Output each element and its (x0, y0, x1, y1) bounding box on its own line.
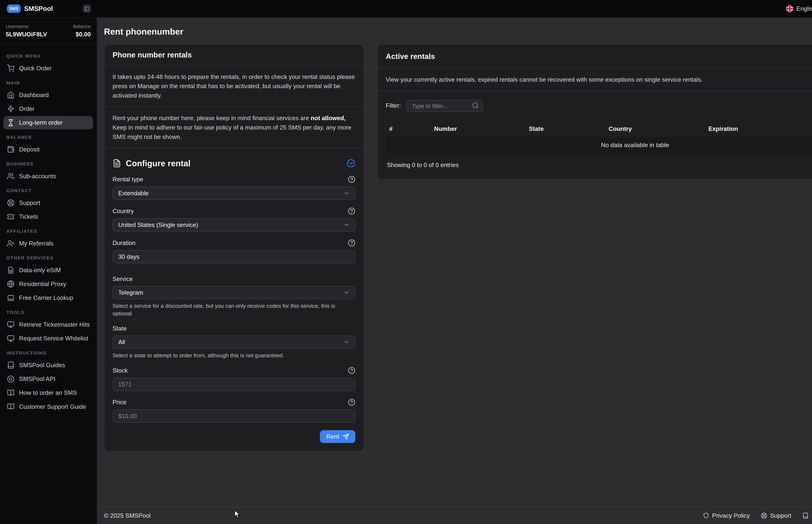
column-header-state: State (525, 121, 605, 137)
send-icon (343, 433, 349, 440)
rent-button[interactable]: Rent (320, 430, 355, 443)
rental-type-label: Rental type (113, 176, 143, 183)
sidebar-item-smspool-guides[interactable]: SMSPool Guides (3, 358, 93, 372)
price-field: Price (113, 398, 355, 423)
sidebar-item-order[interactable]: Order (3, 102, 93, 116)
sidebar-item-label: How to order an SMS (19, 389, 77, 396)
sidebar-item-residential-proxy[interactable]: Residential Proxy (3, 277, 93, 291)
sidebar-item-label: SMSPool Guides (19, 362, 65, 369)
sidebar-item-label: Data-only eSIM (19, 267, 61, 274)
cart-icon (7, 64, 14, 72)
price-label: Price (113, 399, 126, 406)
country-label: Country (113, 208, 134, 215)
empty-message: No data available in table (386, 137, 812, 153)
footer-link-support[interactable]: Support (761, 512, 791, 519)
sidebar-nav: QUICK MENUQuick OrderMAINDashboardOrderL… (0, 45, 97, 418)
sidebar-item-request-service-whitelist[interactable]: Request Service Whitelist (3, 332, 93, 345)
sidebar-item-data-only-esim[interactable]: Data-only eSIM (3, 263, 93, 277)
country-help-icon[interactable] (348, 207, 355, 215)
sidebar-item-label: Long-term order (19, 119, 63, 126)
sidebar-item-smspool-api[interactable]: SMSPool API (3, 372, 93, 386)
sidebar-item-long-term-order[interactable]: Long-term order (3, 116, 93, 129)
brand-name: SMSPool (24, 5, 53, 13)
language-selector[interactable]: English (786, 5, 812, 13)
sidebar-item-how-to-order-an-sms[interactable]: How to order an SMS (3, 386, 93, 399)
open-book-icon (7, 389, 14, 396)
sidebar-item-quick-order[interactable]: Quick Order (3, 62, 93, 75)
active-rentals-title: Active rentals (386, 52, 435, 61)
collapse-configure-button[interactable] (347, 159, 355, 167)
configure-rental-title: Configure rental (126, 159, 342, 168)
rental-type-select[interactable]: Extendable (113, 186, 355, 200)
wallet-icon (7, 146, 14, 153)
sidebar-item-label: Sub-accounts (19, 173, 56, 180)
sidebar-item-tickets[interactable]: Tickets (3, 210, 93, 223)
brand[interactable]: SMS SMSPool (7, 4, 53, 13)
country-select[interactable]: United States (Single service) (113, 218, 355, 232)
active-rentals-description: View your currently active rentals, expi… (378, 69, 812, 91)
service-select[interactable]: Telegram (113, 286, 355, 299)
sidebar-section-label-other-services: OTHER SERVICES (3, 251, 93, 263)
monitor-icon (7, 335, 14, 342)
sidebar-item-customer-support-guide[interactable]: Customer Support Guide (3, 400, 93, 413)
column-header-number: Number (431, 121, 525, 137)
balance-value: $0.00 (73, 31, 91, 38)
sidebar-item-free-carrier-lookup[interactable]: Free Carrier Lookup (3, 291, 93, 305)
sidebar-item-label: Tickets (19, 213, 38, 220)
phone-number-rentals-card: Phone number rentals It takes upto 24-48… (104, 44, 364, 452)
topbar: SMS SMSPool English 0 5L9WUOiF8LV (0, 0, 812, 18)
search-icon (472, 102, 479, 109)
referral-icon (7, 240, 14, 247)
footer-link-smspool-guides[interactable]: SMSPool Guides (802, 512, 812, 519)
sidebar-item-retrieve-ticketmaster-hits[interactable]: Retrieve Ticketmaster Hits (3, 318, 93, 331)
content: Phone number rentals It takes upto 24-48… (97, 44, 812, 506)
filter-label: Filter: (386, 102, 401, 109)
lifebuoy-icon (761, 512, 767, 519)
state-select[interactable]: All (113, 335, 355, 349)
laptop-icon (7, 294, 14, 301)
stock-input (113, 378, 355, 391)
home-icon (7, 91, 14, 99)
chevron-down-icon (343, 290, 350, 296)
table-footer: Showing 0 to 0 of 0 entries (386, 153, 812, 171)
bolt-icon (7, 105, 14, 113)
sidebar-section-label-instructions: INSTRUCTIONS (3, 346, 93, 358)
sidebar-item-sub-accounts[interactable]: Sub-accounts (3, 169, 93, 183)
app: SMS SMSPool English 0 5L9WUOiF8LV (0, 0, 812, 524)
shield-icon (703, 512, 709, 519)
sidebar-item-label: Deposit (19, 146, 39, 153)
filter-input[interactable] (406, 100, 483, 112)
sidebar-item-label: Dashboard (19, 92, 49, 99)
sidebar-item-my-referrals[interactable]: My Referrals (3, 237, 93, 250)
sidebar-section-label-tools: TOOLS (3, 305, 93, 318)
footer-link-privacy-policy[interactable]: Privacy Policy (703, 512, 750, 519)
username-label: Username (6, 24, 47, 29)
entries-summary: Showing 0 to 0 of 0 entries (387, 162, 459, 168)
duration-help-icon[interactable] (348, 239, 355, 247)
topbar-right: English 0 5L9WUOiF8LV (786, 5, 812, 13)
sidebar-toggle-button[interactable] (83, 4, 91, 13)
book-icon (802, 512, 809, 519)
price-help-icon[interactable] (348, 398, 355, 406)
rentals-card-title: Phone number rentals (113, 50, 192, 59)
rental-type-field: Rental type Extendable (113, 176, 355, 200)
sidebar-item-label: Residential Proxy (19, 280, 66, 288)
duration-input[interactable] (113, 250, 355, 263)
sidebar-item-deposit[interactable]: Deposit (3, 143, 93, 156)
rental-type-help-icon[interactable] (348, 176, 355, 183)
column-header-country: Country (605, 121, 705, 137)
sidebar-item-dashboard[interactable]: Dashboard (3, 88, 93, 102)
ticket-icon (7, 213, 14, 220)
stock-help-icon[interactable] (348, 367, 355, 374)
chevron-down-icon (343, 190, 350, 196)
chevron-down-icon (343, 222, 350, 228)
sidebar-section-label-affiliates: AFFILIATES (3, 224, 93, 237)
sidebar-item-label: Free Carrier Lookup (19, 294, 73, 301)
uk-flag-icon (786, 5, 794, 13)
username-value: 5L9WUOiF8LV (6, 31, 47, 38)
sidebar-item-label: Request Service Whitelist (19, 335, 88, 342)
stock-label: Stock (113, 367, 128, 374)
sidebar-item-support[interactable]: Support (3, 196, 93, 210)
sidebar-item-label: My Referrals (19, 240, 53, 247)
monitor-icon (7, 321, 14, 328)
